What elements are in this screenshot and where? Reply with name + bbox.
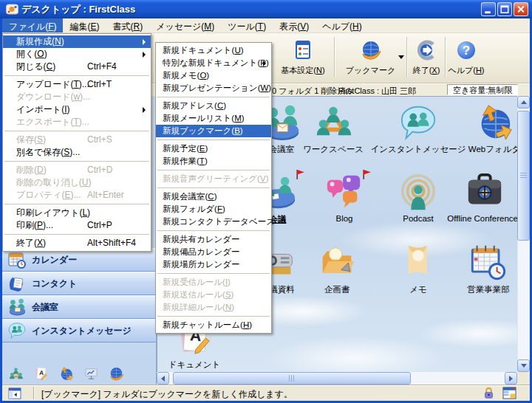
new-submenu-item-new-document[interactable]: 新規ドキュメント(U) [156,44,271,57]
new-submenu-item-new-receive-rule[interactable]: 新規受信ルール(I) [156,276,271,289]
file-menu-item-new[interactable]: 新規作成(N) [3,35,151,48]
menu-item-label: 新規チャットルーム(H) [163,320,252,329]
scroll-down-button[interactable] [517,359,530,372]
menubar-item-view[interactable]: 表示(V) [273,18,316,32]
new-submenu-item-new-voice-greeting[interactable]: 新規音声グリーティング(V) [156,173,271,185]
menu-item-label: 別名で保存(S)... [16,147,80,157]
file-menu-item-close[interactable]: 閉じる(C)Ctrl+F4 [3,61,151,73]
new-submenu-separator [157,187,270,188]
vertical-scrollbar[interactable] [517,96,530,372]
arrow-down-icon [521,364,527,368]
app-icon[interactable] [6,4,18,15]
scroll-up-button[interactable] [517,96,530,108]
arrow-up-icon [521,100,527,104]
file-menu-item-undelete[interactable]: 削除の取り消し(U) [3,176,151,189]
svg-text:?: ? [463,44,470,58]
file-menu-item-open[interactable]: 開く(O) [3,48,151,61]
menu-item-shortcut: Ctrl+T [87,78,112,91]
document-mini-icon[interactable]: A [33,366,49,382]
new-submenu-item-new-schedule[interactable]: 新規予定(E) [156,142,271,155]
desktop-icon-sales-division[interactable]: 営業事業部 [440,243,517,295]
presentation-mini-icon[interactable] [83,366,99,382]
new-submenu-item-new-send-rule[interactable]: 新規送信ルール(S) [156,289,271,301]
close-button[interactable] [514,2,528,16]
thumb-grip-icon [289,375,296,382]
sidebar-item-conference-room[interactable]: 会議室 [2,295,156,319]
minimize-button[interactable] [481,2,496,16]
new-submenu-item-new-shared-calendar[interactable]: 新規共有カレンダー [156,233,271,246]
file-menu-item-download[interactable]: ダウンロード(w)... [3,91,151,103]
sidebar-item-label: カレンダー [32,254,77,266]
submenu-arrow-icon [143,39,146,45]
menu-item-label: 新規アドレス(C) [163,101,226,110]
vertical-scroll-thumb[interactable] [517,111,530,241]
desktop-icon-web-folder[interactable]: Webフォルダ [446,103,517,155]
file-menu-item-save-as[interactable]: 別名で保存(S)... [3,146,151,159]
submenu-arrow-icon [143,52,146,58]
new-submenu-item-new-resource-calendar[interactable]: 新規備品カレンダー [156,246,271,258]
menu-item-label: インポート(I) [16,104,69,114]
new-submenu-item-new-chat-room[interactable]: 新規チャットルーム(H) [156,319,271,331]
menubar-item-message[interactable]: メッセージ(M) [149,18,221,32]
new-submenu-item-new-mail-list[interactable]: 新規メールリスト(M) [156,112,271,125]
scroll-left-button[interactable] [157,372,169,385]
new-submenu-item-new-conference[interactable]: 新規会議室(C) [156,190,271,203]
menu-item-label: 保存(S) [16,134,46,145]
toolbar-button-help[interactable]: ?ヘルプ(H) [446,35,486,80]
dropdown-arrow-icon[interactable] [398,55,404,59]
new-submenu-item-special-new-document[interactable]: 特別な新規ドキュメント(P) [156,57,271,69]
menubar-item-format[interactable]: 書式(R) [106,18,149,32]
new-submenu-item-new-advanced-rule[interactable]: 新規詳細ルール(N) [156,301,271,314]
menu-item-label: 特別な新規ドキュメント(P) [163,58,269,67]
webfolder-icon [474,103,514,142]
file-menu-item-delete[interactable]: 削除(D)Ctrl+D [3,164,151,176]
new-submenu-item-new-presentation[interactable]: 新規プレゼンテーション(W) [156,82,271,94]
layout-panel-icon[interactable] [502,387,516,399]
podcast-icon [398,173,438,213]
help-icon: ? [455,39,477,61]
desktop-icon-offline-conferences[interactable]: Offline Conferences [437,173,517,223]
toolbar-button-bookmark[interactable]: ブックマーク [336,35,405,80]
pane-toggle-icon[interactable] [7,388,22,399]
new-submenu-item-new-bookmark[interactable]: 新規ブックマーク(B) [156,125,271,137]
menubar-item-file[interactable]: ファイル(F) [2,18,63,32]
sidebar-item-instant-message[interactable]: インスタントメッセージ [2,319,156,342]
offline-icon [465,173,505,213]
sidebar-item-label: インスタントメッセージ [32,325,132,337]
new-submenu-item-new-contact-database[interactable]: 新規コンタクトデータベース [156,216,271,228]
scroll-right-button[interactable] [505,372,517,385]
menu-item-label: 新規送信ルール(S) [163,290,233,299]
file-menu-item-quit[interactable]: 終了(X)Alt+Shift+F4 [3,237,151,249]
file-menu-item-upload[interactable]: アップロード(T)...Ctrl+T [3,78,151,91]
webfolder-mini-icon[interactable] [58,366,74,382]
toolbar-button-label: 基本設定(N) [281,65,324,76]
sidebar-item-contact[interactable]: コンタクト [2,272,156,295]
maximize-button[interactable] [497,2,512,16]
file-menu-item-properties[interactable]: プロパティ(E)...Alt+Enter [3,189,151,202]
horizontal-scrollbar[interactable] [157,372,517,385]
menubar-item-help[interactable]: ヘルプ(H) [316,18,369,32]
new-submenu-item-new-task[interactable]: 新規作業(T) [156,155,271,168]
toolbar-button-label: 終了(X) [413,65,440,76]
file-menu-item-import[interactable]: インポート(I) [3,103,151,116]
new-submenu-item-new-folder[interactable]: 新規フォルダ(F) [156,203,271,216]
file-menu-item-save[interactable]: 保存(S)Ctrl+S [3,134,151,146]
bookmark-mini-icon[interactable] [109,366,124,382]
new-submenu-item-new-memo[interactable]: 新規メモ(O) [156,69,271,82]
lock-icon [483,387,494,399]
workspace-mini-icon[interactable] [8,366,24,382]
file-menu-item-print-layout[interactable]: 印刷レイアウト(L) [3,207,151,219]
new-submenu-item-new-address[interactable]: 新規アドレス(C) [156,100,271,112]
file-menu-item-export[interactable]: エクスポート(T)... [3,116,151,128]
toolbar-button-preferences[interactable]: 基本設定(N) [272,35,334,80]
desktop-icon-workspace[interactable]: ワークスペース [285,103,381,155]
toolbar-button-quit[interactable]: 終了(X) [408,35,445,80]
file-menu-item-print[interactable]: 印刷(P)...Ctrl+P [3,219,151,232]
menubar-item-tools[interactable]: ツール(T) [221,18,273,32]
new-submenu-item-new-location-calendar[interactable]: 新規場所カレンダー [156,258,271,271]
menubar-item-edit[interactable]: 編集(E) [63,18,106,32]
instant-message-icon [7,321,27,340]
new-submenu-separator [157,140,270,140]
horizontal-scroll-thumb[interactable] [173,372,411,385]
title-bar: デスクトップ : FirstClass [0,0,532,18]
